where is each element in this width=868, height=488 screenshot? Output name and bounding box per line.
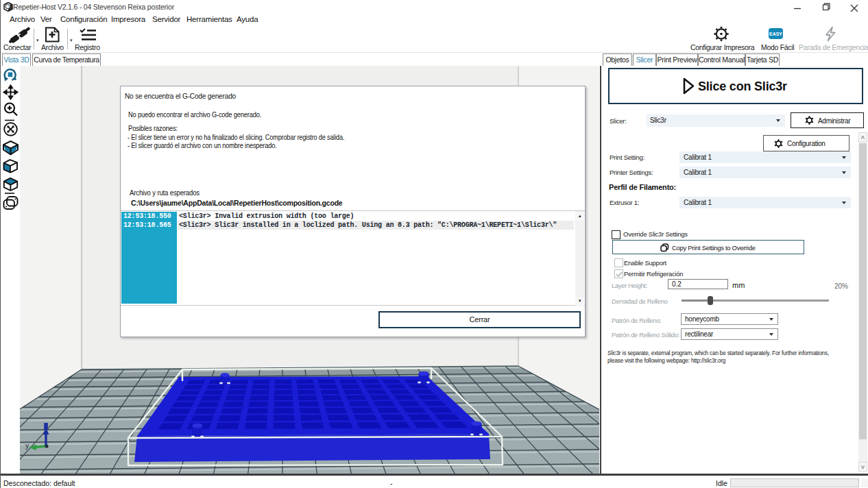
svg-text:y: y xyxy=(25,442,29,450)
svg-text:EASY: EASY xyxy=(769,32,782,36)
